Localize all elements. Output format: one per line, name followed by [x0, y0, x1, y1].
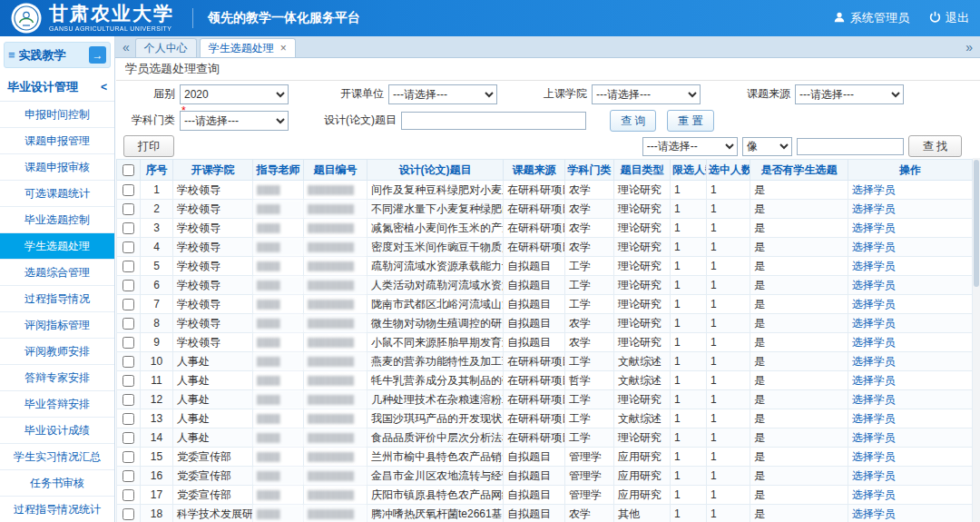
sidebar-item[interactable]: 学生实习情况汇总: [0, 444, 114, 470]
sidebar-item[interactable]: 课题申报审核: [0, 154, 114, 181]
row-checkbox-cell: [117, 352, 141, 371]
thesis-title-input[interactable]: [401, 112, 586, 130]
discipline-select[interactable]: ---请选择---: [180, 111, 289, 131]
sidebar-item[interactable]: 任务书审核: [0, 470, 114, 497]
select-student-link[interactable]: 选择学员: [852, 222, 896, 234]
find-button[interactable]: 查 找: [908, 135, 962, 157]
tab[interactable]: 个人中心: [135, 38, 197, 57]
course-unit-select[interactable]: ---请选择---: [388, 84, 497, 104]
tab-close-icon[interactable]: ×: [280, 42, 287, 54]
cell-limit-count: 1: [671, 390, 707, 409]
row-checkbox[interactable]: [122, 413, 134, 425]
row-checkbox[interactable]: [122, 451, 134, 463]
logout-button[interactable]: 退出: [929, 10, 969, 26]
cell-limit-count: 1: [671, 428, 707, 448]
select-student-link[interactable]: 选择学员: [852, 241, 896, 253]
select-student-link[interactable]: 选择学员: [852, 298, 896, 310]
row-checkbox[interactable]: [122, 318, 134, 330]
cell-college: 学校领导: [173, 219, 253, 238]
cell-selected-count: 1: [707, 181, 750, 200]
quick-find-operator-select[interactable]: 像: [742, 137, 792, 156]
search-button[interactable]: 查 询: [610, 110, 656, 132]
select-student-link[interactable]: 选择学员: [852, 336, 896, 349]
sidebar-item[interactable]: 毕业设计成绩: [0, 418, 114, 444]
sidebar-item[interactable]: 毕业选题控制: [0, 207, 114, 233]
print-button[interactable]: 打印: [123, 135, 174, 157]
select-all-checkbox[interactable]: [122, 164, 134, 176]
current-user[interactable]: 系统管理员: [833, 10, 909, 26]
module-forward-button[interactable]: →: [89, 46, 106, 64]
cell-topic-type: 应用研究: [614, 448, 671, 467]
cell-topic-no: ████████: [304, 409, 368, 428]
select-student-link[interactable]: 选择学员: [852, 183, 896, 196]
select-student-link[interactable]: 选择学员: [852, 279, 896, 291]
cell-has-selection: 是: [750, 333, 848, 352]
row-checkbox[interactable]: [122, 184, 134, 196]
row-checkbox[interactable]: [122, 299, 134, 310]
select-student-link[interactable]: 选择学员: [852, 393, 896, 406]
select-student-link[interactable]: 选择学员: [852, 469, 896, 482]
cell-topic-no: ████████: [304, 200, 368, 219]
tab-scroll-right-button[interactable]: »: [962, 41, 976, 54]
row-checkbox[interactable]: [122, 203, 134, 215]
select-student-link[interactable]: 选择学员: [852, 374, 896, 387]
row-checkbox[interactable]: [122, 261, 134, 272]
row-checkbox[interactable]: [122, 489, 134, 501]
sidebar-item[interactable]: 评阅教师安排: [0, 339, 114, 365]
row-checkbox[interactable]: [122, 356, 134, 368]
row-checkbox[interactable]: [122, 470, 134, 482]
row-checkbox[interactable]: [122, 375, 134, 387]
tab-scroll-left-button[interactable]: «: [119, 41, 133, 54]
row-checkbox[interactable]: [122, 508, 134, 520]
sidebar-item[interactable]: 课题申报管理: [0, 128, 114, 154]
cell-has-selection: 是: [750, 314, 848, 333]
sidebar-item[interactable]: 可选课题统计: [0, 181, 114, 207]
sidebar-item-active[interactable]: 学生选题处理: [0, 233, 114, 260]
sidebar-item[interactable]: 答辩专家安排: [0, 365, 114, 391]
cell-college: 学校领导: [173, 257, 253, 276]
select-student-link[interactable]: 选择学员: [852, 488, 896, 501]
sidebar-item[interactable]: 评阅指标管理: [0, 312, 114, 339]
sidebar-item[interactable]: 过程指导情况统计: [0, 497, 114, 522]
row-checkbox[interactable]: [122, 280, 134, 291]
cell-index: 1: [141, 181, 173, 200]
row-checkbox[interactable]: [122, 241, 134, 253]
cell-college: 人事处: [173, 371, 253, 390]
select-student-link[interactable]: 选择学员: [852, 450, 896, 463]
select-student-link[interactable]: 选择学员: [852, 507, 896, 520]
app-header: 甘肃农业大学 GANSU AGRICULTURAL UNIVERSITY 领先的…: [0, 0, 980, 36]
class-year-select[interactable]: 2020: [180, 84, 289, 104]
toolbar: 打印 ---请选择-- 像 查 找: [116, 133, 980, 159]
sidebar-item[interactable]: 申报时间控制: [0, 102, 114, 128]
select-student-link[interactable]: 选择学员: [852, 412, 896, 425]
column-header: 限选人数: [671, 160, 707, 181]
cell-college: 学校领导: [173, 200, 253, 219]
reset-button[interactable]: 重 置: [667, 110, 713, 132]
tab-active[interactable]: 学生选题处理×: [200, 38, 296, 57]
sidebar-section-graduation-design[interactable]: 毕业设计管理 <: [0, 74, 114, 102]
row-checkbox[interactable]: [122, 432, 134, 444]
row-checkbox[interactable]: [122, 394, 134, 406]
select-student-link[interactable]: 选择学员: [852, 355, 896, 368]
college-select[interactable]: ---请选择---: [592, 84, 701, 104]
cell-discipline: 工学: [565, 257, 614, 276]
scrollbar-thumb[interactable]: [974, 160, 979, 287]
sidebar-item[interactable]: 过程指导情况: [0, 286, 114, 312]
topic-table-wrap: 序号开课学院指导老师题目编号设计(论文)题目课题来源学科门类题目类型限选人数选中…: [116, 159, 980, 522]
vertical-scrollbar[interactable]: [973, 158, 980, 522]
row-checkbox[interactable]: [122, 337, 134, 349]
sidebar-item[interactable]: 选题综合管理: [0, 260, 114, 286]
select-student-link[interactable]: 选择学员: [852, 202, 896, 215]
quick-find-field-select[interactable]: ---请选择--: [642, 137, 738, 156]
cell-selected-count: 1: [707, 371, 750, 390]
select-student-link[interactable]: 选择学员: [852, 431, 896, 444]
select-student-link[interactable]: 选择学员: [852, 260, 896, 272]
topic-source-select[interactable]: ---请选择---: [795, 84, 904, 104]
select-student-link[interactable]: 选择学员: [852, 317, 896, 330]
discipline-label: 学科门类: [116, 113, 180, 128]
topic-source-label: 课题来源: [713, 86, 795, 102]
quick-find-input[interactable]: [797, 138, 904, 155]
sidebar-item[interactable]: 毕业答辩安排: [0, 391, 114, 418]
row-checkbox[interactable]: [122, 222, 134, 234]
cell-college: 人事处: [173, 428, 253, 448]
